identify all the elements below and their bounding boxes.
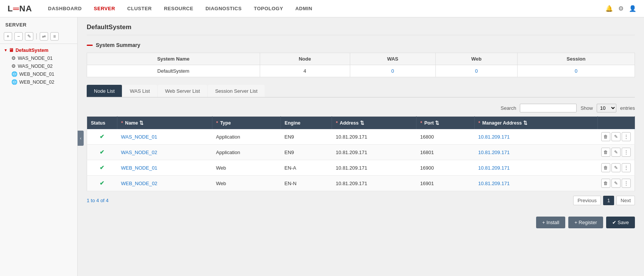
cell-engine: EN-A <box>281 160 332 176</box>
delete-btn[interactable]: 🗑 <box>601 163 610 172</box>
nav-dashboard[interactable]: DASHBOARD <box>47 6 83 11</box>
sidebar-add-btn[interactable]: + <box>4 32 12 41</box>
save-button[interactable]: ✔ Save <box>606 217 635 228</box>
edit-btn[interactable]: ✎ <box>611 132 621 141</box>
section-bar <box>87 45 93 46</box>
manager-addr-link[interactable]: 10.81.209.171 <box>478 181 510 186</box>
nav-topology[interactable]: TOPOLOGY <box>253 6 284 11</box>
edit-btn[interactable]: ✎ <box>611 179 621 188</box>
summary-th-system-name: System Name <box>87 53 260 65</box>
more-btn[interactable]: ⋮ <box>622 179 631 188</box>
cell-name: WAS_NODE_01 <box>117 129 212 145</box>
register-button[interactable]: + Register <box>568 217 603 228</box>
nav-server[interactable]: SERVER <box>93 6 116 11</box>
cell-port: 16901 <box>416 176 474 191</box>
manager-addr-link[interactable]: 10.81.209.171 <box>478 165 510 171</box>
sidebar-collapse-btn[interactable]: ‹ <box>78 131 84 146</box>
nav-resource[interactable]: RESOURCE <box>163 6 194 11</box>
show-select[interactable]: 10 25 50 100 <box>597 104 616 112</box>
prev-btn[interactable]: Previous <box>573 196 601 205</box>
manager-addr-link[interactable]: 10.81.209.171 <box>478 134 510 140</box>
cell-port: 16800 <box>416 129 474 145</box>
nav-diagnostics[interactable]: DIAGNOSTICS <box>205 6 243 11</box>
cell-engine: EN9 <box>281 129 332 145</box>
node-link[interactable]: WAS_NODE_02 <box>121 150 157 155</box>
summary-system-name: DefaultSystem <box>87 65 260 77</box>
tree-item-was-node-02[interactable]: ⚙ WAS_NODE_02 <box>8 62 77 70</box>
edit-btn[interactable]: ✎ <box>611 148 621 157</box>
bottom-actions: + Install + Register ✔ Save <box>87 213 635 232</box>
install-button[interactable]: + Install <box>536 217 565 228</box>
sidebar-tool-sep <box>36 33 37 39</box>
nav-cluster[interactable]: CLUSTER <box>126 6 153 11</box>
check-icon: ✔ <box>100 164 104 171</box>
node-link[interactable]: WEB_NODE_02 <box>121 181 157 186</box>
section-title-text: System Summary <box>96 42 140 48</box>
page-1-btn[interactable]: 1 <box>603 196 614 205</box>
gear-icon[interactable]: ⚙ <box>618 5 624 12</box>
th-manager-address[interactable]: * Manager Address ⇅ <box>474 117 597 129</box>
server-group-icon: 🖥 <box>9 47 14 53</box>
sidebar-list-btn[interactable]: ≡ <box>50 32 59 41</box>
node-link[interactable]: WEB_NODE_01 <box>121 165 157 171</box>
delete-btn[interactable]: 🗑 <box>601 179 610 188</box>
more-btn[interactable]: ⋮ <box>622 132 631 141</box>
show-label: Show <box>580 105 593 111</box>
cell-name: WAS_NODE_02 <box>117 145 212 160</box>
edit-btn[interactable]: ✎ <box>611 163 621 172</box>
delete-btn[interactable]: 🗑 <box>601 148 610 157</box>
tab-node-list[interactable]: Node List <box>87 85 122 97</box>
next-btn[interactable]: Next <box>616 196 635 205</box>
tab-web-server-list[interactable]: Web Server List <box>158 85 207 97</box>
th-engine: Engine <box>281 117 332 129</box>
sidebar-sync-btn[interactable]: ⇌ <box>40 32 48 41</box>
tree-item-was-node-01[interactable]: ⚙ WAS_NODE_01 <box>8 54 77 62</box>
summary-node: 4 <box>260 65 350 77</box>
was-node-icon-2: ⚙ <box>11 63 16 69</box>
app-logo: L═NA <box>8 4 32 14</box>
summary-session: 0 <box>518 65 635 77</box>
cell-name: WEB_NODE_02 <box>117 176 212 191</box>
content-area: DefaultSystem System Summary System Name… <box>78 17 644 276</box>
table-row: ✔ WEB_NODE_01 Web EN-A 10.81.209.171 169… <box>87 160 635 176</box>
tab-session-server-list[interactable]: Session Server List <box>208 85 265 97</box>
th-address[interactable]: * Address ⇅ <box>332 117 416 129</box>
manager-addr-link[interactable]: 10.81.209.171 <box>478 150 510 155</box>
summary-th-web: Web <box>435 53 517 65</box>
th-name[interactable]: * Name ⇅ <box>117 117 212 129</box>
sidebar-remove-btn[interactable]: − <box>14 32 23 41</box>
th-port[interactable]: * Port ⇅ <box>416 117 474 129</box>
more-btn[interactable]: ⋮ <box>622 148 631 157</box>
summary-th-session: Session <box>518 53 635 65</box>
cell-actions: 🗑 ✎ ⋮ <box>597 129 635 145</box>
user-icon[interactable]: 👤 <box>629 5 636 12</box>
tree-children: ⚙ WAS_NODE_01 ⚙ WAS_NODE_02 🌐 WEB_NODE_0… <box>0 54 77 86</box>
summary-table: System Name Node WAS Web Session Default… <box>87 53 635 77</box>
cell-address: 10.81.209.171 <box>332 176 416 191</box>
table-row: ✔ WAS_NODE_01 Application EN9 10.81.209.… <box>87 129 635 145</box>
node-link[interactable]: WAS_NODE_01 <box>121 134 157 140</box>
cell-actions: 🗑 ✎ ⋮ <box>597 176 635 191</box>
more-btn[interactable]: ⋮ <box>622 163 631 172</box>
cell-status: ✔ <box>87 145 117 160</box>
tree-item-web-node-01[interactable]: 🌐 WEB_NODE_01 <box>8 70 77 78</box>
tab-was-list[interactable]: WAS List <box>123 85 157 97</box>
was-node-icon: ⚙ <box>11 55 16 61</box>
nav-icons: 🔔 ⚙ 👤 <box>605 5 636 12</box>
tree-item-web-node-02[interactable]: 🌐 WEB_NODE_02 <box>8 78 77 86</box>
cell-manager-address: 10.81.209.171 <box>474 160 597 176</box>
tree-label-was-node-01: WAS_NODE_01 <box>18 56 53 61</box>
summary-th-was: WAS <box>350 53 435 65</box>
tree-arrow-icon: ▼ <box>4 48 8 52</box>
summary-th-node: Node <box>260 53 350 65</box>
nav-admin[interactable]: ADMIN <box>295 6 313 11</box>
cell-status: ✔ <box>87 160 117 176</box>
summary-was: 0 <box>350 65 435 77</box>
tree-item-defaultsystem[interactable]: ▼ 🖥 DefaultSystem <box>0 46 77 54</box>
delete-btn[interactable]: 🗑 <box>601 132 610 141</box>
sidebar-edit-btn[interactable]: ✎ <box>25 32 33 41</box>
nav-items: DASHBOARD SERVER CLUSTER RESOURCE DIAGNO… <box>47 6 605 11</box>
search-input[interactable] <box>520 104 577 112</box>
content-inner: DefaultSystem System Summary System Name… <box>78 17 644 238</box>
bell-icon[interactable]: 🔔 <box>605 5 613 12</box>
